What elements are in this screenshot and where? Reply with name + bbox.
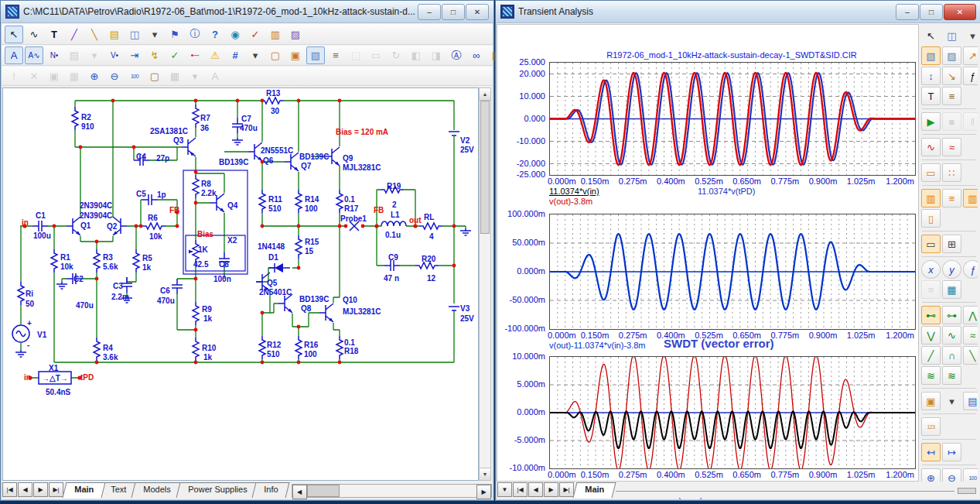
shapes-icon[interactable]: ◫: [942, 26, 961, 45]
zoom-out-icon[interactable]: ⊖: [105, 67, 124, 85]
notes-icon[interactable]: ▨: [286, 26, 305, 43]
analysis-next-page-icon[interactable]: ▶: [544, 482, 558, 497]
warning-icon[interactable]: ⚠: [206, 46, 224, 64]
minimize-button[interactable]: –: [418, 4, 441, 20]
line-tool-icon[interactable]: ╱: [65, 26, 84, 43]
inflection-icon[interactable]: ∩: [942, 346, 961, 365]
diagonal-wire-tool-icon[interactable]: ╲: [85, 26, 104, 43]
plot-list-dropdown-icon[interactable]: ▼: [497, 482, 512, 497]
model-check-icon[interactable]: ✓: [246, 26, 265, 43]
split-view-icon[interactable]: ▥: [266, 26, 285, 43]
text-tool-icon[interactable]: T: [921, 87, 941, 105]
cursor-x-icon[interactable]: x: [921, 260, 941, 279]
tag-horizontal-icon[interactable]: ↘: [942, 67, 961, 85]
grid-dropdown-icon[interactable]: ▾: [246, 46, 265, 64]
new-document-icon[interactable]: ▢: [266, 46, 285, 64]
tag-formula-icon[interactable]: ƒ: [963, 67, 978, 85]
schematic-tab-models[interactable]: Models: [131, 482, 183, 498]
cursor-mode-icon[interactable]: ▭: [921, 235, 941, 253]
select-cursor-icon[interactable]: ↖: [921, 26, 941, 45]
analysis-tab-main[interactable]: Main: [573, 482, 616, 498]
node-numbers-icon[interactable]: N•: [45, 46, 63, 64]
help-tool-icon[interactable]: ?: [206, 26, 224, 43]
shapes-dropdown-icon[interactable]: ▾: [963, 26, 978, 45]
run-icon[interactable]: ▶: [921, 112, 941, 131]
plot-1[interactable]: [549, 62, 916, 176]
analysis-limits-icon[interactable]: ∿: [921, 138, 941, 156]
schematic-next-page-icon[interactable]: ▶: [33, 482, 48, 497]
component-shapes-icon[interactable]: ◫: [125, 26, 144, 43]
scroll-up-icon[interactable]: ▲: [480, 88, 490, 101]
global-high-icon[interactable]: ≋: [921, 366, 941, 385]
analysis-prev-page-icon[interactable]: ◀: [528, 482, 543, 497]
text-mode-icon[interactable]: T: [45, 26, 63, 43]
schematic-titlebar[interactable]: C:\MC11\DATA\Petrov\Radio\R1972-06_Bat\m…: [1, 1, 493, 23]
analysis-first-page-icon[interactable]: |◀: [513, 482, 528, 497]
doc-small-icon[interactable]: ▣: [286, 46, 305, 64]
flag-tool-icon[interactable]: ⚑: [166, 26, 184, 43]
select-cursor-icon[interactable]: ↖: [5, 26, 23, 43]
vscroll-thumb[interactable]: [480, 101, 490, 234]
zoom-out-icon[interactable]: ⊖: [942, 468, 961, 482]
schematic-tab-info[interactable]: Info: [252, 482, 290, 498]
find-icon[interactable]: ∞: [467, 46, 486, 64]
browse-web-icon[interactable]: ◉: [226, 26, 244, 43]
hscroll-left-icon[interactable]: ◀: [292, 485, 307, 499]
numeric-output-icon[interactable]: ▦: [942, 280, 961, 299]
valley-icon[interactable]: ⋁: [921, 326, 941, 345]
attribute-wave-icon[interactable]: A∿: [25, 46, 43, 64]
schematic-tab-main[interactable]: Main: [63, 482, 106, 498]
schematic-first-page-icon[interactable]: |◀: [2, 482, 17, 497]
schematic-prev-page-icon[interactable]: ◀: [18, 482, 32, 497]
global-low-icon[interactable]: ≋: [942, 366, 961, 385]
scale-limits-icon[interactable]: ▨: [942, 46, 961, 65]
analysis-titlebar[interactable]: Transient Analysis –□✕: [496, 1, 980, 23]
analysis-last-page-icon[interactable]: ▶|: [559, 482, 574, 497]
zoom-in-icon[interactable]: ⊕: [85, 67, 104, 85]
zoom-region-icon[interactable]: ▧: [921, 46, 941, 65]
zoom-100-icon[interactable]: 100: [963, 468, 978, 482]
text-page-icon[interactable]: ▤: [963, 392, 978, 410]
find-component-icon[interactable]: Ⓐ: [447, 46, 466, 64]
bus-tool-icon[interactable]: ▤: [105, 26, 124, 43]
peak-icon[interactable]: ⋀: [963, 306, 978, 324]
grid-toggle-icon[interactable]: #: [226, 46, 244, 64]
slope-down-icon[interactable]: ╲: [963, 346, 978, 365]
plot-3[interactable]: [549, 356, 916, 469]
power-display-icon[interactable]: ↯: [145, 46, 164, 64]
slope-up-icon[interactable]: ╱: [921, 346, 941, 365]
hscroll-thumb[interactable]: [307, 485, 340, 497]
scroll-down-icon[interactable]: ▼: [480, 468, 490, 480]
data-points-icon[interactable]: ∷: [942, 163, 961, 182]
current-display-icon[interactable]: ⇥: [125, 46, 144, 64]
high-icon[interactable]: ∿: [942, 326, 961, 345]
close-button[interactable]: ✕: [944, 4, 976, 20]
analysis-hscroll-thumb[interactable]: [958, 488, 976, 494]
wire-mode-icon[interactable]: ∿: [25, 26, 43, 43]
plot-group-4-icon[interactable]: ▯: [921, 209, 941, 228]
align-cursor-left-icon[interactable]: ↤: [921, 443, 941, 461]
plot-2[interactable]: [549, 214, 916, 330]
cursor-precise-icon[interactable]: ⊞: [942, 235, 961, 253]
clipboard-dropdown-icon[interactable]: ▾: [942, 392, 961, 410]
properties-icon[interactable]: ≡: [326, 46, 345, 64]
plot-group-3-icon[interactable]: ▥: [963, 189, 978, 207]
plot-properties-icon[interactable]: ≡: [942, 87, 961, 105]
plot-group-2-icon[interactable]: ≡: [942, 189, 961, 207]
info-tool-icon[interactable]: ⓘ: [186, 26, 204, 43]
clipboard-numeric-icon[interactable]: 123: [921, 417, 941, 436]
select-region-icon[interactable]: ▧: [306, 46, 325, 64]
hscroll-right-icon[interactable]: ▶: [476, 485, 491, 499]
select-mode-box-icon[interactable]: ▭: [921, 163, 941, 182]
condition-display-icon[interactable]: ✓: [166, 46, 184, 64]
shapes-dropdown-icon[interactable]: ▾: [145, 26, 164, 43]
cursor-y-icon[interactable]: y: [942, 260, 961, 279]
page-setup-icon[interactable]: ▢: [145, 67, 164, 85]
low-icon[interactable]: ≈: [963, 326, 978, 345]
stepping-icon[interactable]: ≈: [942, 138, 961, 156]
next-point-right-icon[interactable]: ⊶: [942, 306, 961, 324]
minimize-button[interactable]: –: [896, 4, 919, 20]
attribute-text-icon[interactable]: A: [5, 46, 23, 64]
next-point-left-icon[interactable]: ⊷: [921, 306, 941, 324]
tag-vertical-icon[interactable]: ↕: [921, 67, 941, 85]
